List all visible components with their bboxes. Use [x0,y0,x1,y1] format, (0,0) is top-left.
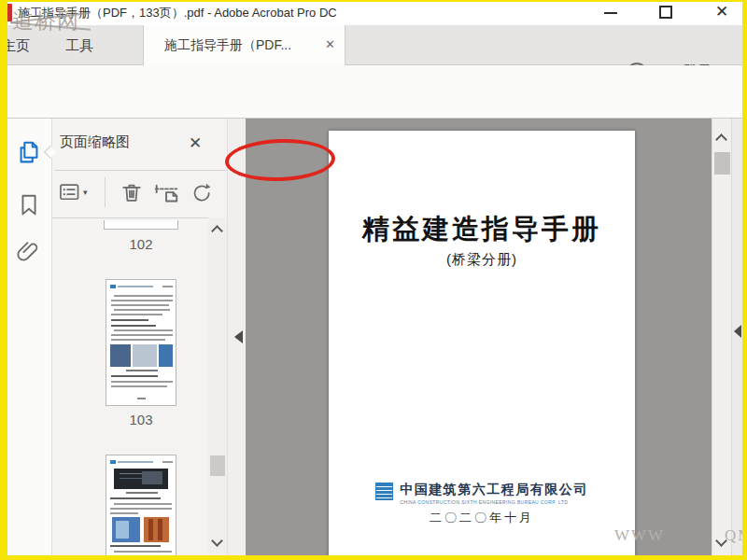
thumb-line [114,503,172,505]
thumb-line [114,329,173,331]
thumb-caption-line [126,370,158,371]
thumb-line [114,551,172,553]
thumb-line [162,286,173,287]
pdf-page-subtitle: (桥梁分册) [329,251,635,269]
thumb-heading-line [111,325,156,327]
scroll-up-icon[interactable] [715,133,727,146]
tab-tools[interactable]: 工具 [65,25,93,65]
panel-title: 页面缩略图 [60,133,130,151]
thumb-photo [159,344,173,367]
thumb-heading-line [111,375,158,377]
rotate-pages-icon[interactable] [188,180,213,209]
thumbnail-page-104[interactable] [106,455,176,560]
tab-document-label: 施工指导手册（PDF... [164,25,291,64]
thumb-header-line [118,461,153,463]
company-name-cn: 中国建筑第六工程局有限公司 [400,482,588,498]
cut-pages-icon[interactable] [152,180,180,212]
thumb-line [111,304,169,306]
acrobat-window: 施工指导手册（PDF，133页）.pdf - Adobe Acrobat Pro… [0,0,747,560]
panel-scrollbar-thumb[interactable] [210,455,225,476]
thumb-header-logo [110,285,116,288]
maximize-button[interactable] [659,6,672,19]
page-thumbnails-panel: 页面缩略图 ✕ ▾ [51,119,246,560]
thumbnail-label: 103 [104,412,178,427]
thumb-heading-line [111,319,148,321]
panel-collapse-strip [227,119,247,560]
pdf-page: 精益建造指导手册 (桥梁分册) 中国建筑第六工程局有限公司 CHINA CONS… [329,131,635,560]
thumb-line [111,300,173,301]
scroll-up-icon[interactable] [211,225,223,237]
scroll-down-icon[interactable] [715,535,727,547]
thumb-line [114,295,173,297]
navigation-icon-strip [0,119,51,560]
thumb-heading-line [110,545,161,547]
panel-close-icon[interactable]: ✕ [189,133,202,153]
yellow-frame-right [742,0,747,560]
yellow-frame-bottom [0,555,747,560]
thumb-line [110,512,138,514]
tab-close-icon[interactable]: ✕ [325,25,335,64]
thumbnail-page-102[interactable] [104,220,178,230]
pdf-date: 二〇二〇年十月 [329,510,635,526]
thumb-pagenum [137,398,146,399]
yellow-frame-top [0,0,747,2]
thumb-line [111,385,167,387]
thumb-header-line [118,286,153,287]
page-thumbnails-icon[interactable] [15,138,43,168]
thumb-photo [144,517,169,542]
panel-divider [55,170,231,171]
close-window-button[interactable]: ✕ [715,2,728,22]
options-caret-icon[interactable]: ▾ [83,188,88,197]
thumbnail-page-103[interactable] [106,279,176,406]
bookmarks-icon[interactable] [15,191,43,221]
company-name-en: CHINA CONSTRUCTION SIXTH ENGINEERING BUR… [400,499,588,505]
thumb-heading-line [110,497,161,499]
thumb-photo [112,517,140,542]
thumb-line [111,334,173,336]
title-bar: 施工指导手册（PDF，133页）.pdf - Adobe Acrobat Pro… [0,0,747,25]
thumb-photo [110,344,131,367]
thumbnail-label: 102 [104,236,178,252]
thumb-line [111,381,173,383]
company-logo [375,483,393,500]
thumb-photo-dark [114,469,168,489]
thumb-line [111,314,162,315]
thumb-caption-line [126,492,158,494]
yellow-frame-left [0,0,7,560]
company-logo-row: 中国建筑第六工程局有限公司 CHINA CONSTRUCTION SIXTH E… [329,482,635,505]
thumbnail-options-icon[interactable] [58,180,83,209]
document-scrollbar[interactable] [712,119,731,560]
thumb-line [111,339,165,341]
thumb-header-logo [110,460,116,464]
thumb-line [110,508,172,510]
main-toolbar: / 133 [0,65,747,119]
minimize-button[interactable] [604,12,617,14]
window-title: 施工指导手册（PDF，133页）.pdf - Adobe Acrobat Pro… [18,5,337,21]
document-scrollbar-thumb[interactable] [714,152,730,175]
tab-document[interactable]: 施工指导手册（PDF... ✕ [143,25,345,65]
thumb-line [114,309,170,311]
scroll-down-icon[interactable] [211,535,223,547]
tools-pane-strip [731,119,742,560]
delete-pages-icon[interactable] [119,180,145,210]
thumb-line [162,461,173,463]
document-view: 精益建造指导手册 (桥梁分册) 中国建筑第六工程局有限公司 CHINA CONS… [246,119,712,560]
tab-bar: 主页 工具 施工指导手册（PDF... ✕ ? 登录 [0,25,747,65]
panel-scrollbar[interactable] [208,217,227,560]
attachments-icon[interactable] [15,240,43,270]
thumb-photo [133,344,157,367]
pdf-page-title: 精益建造指导手册 [329,211,635,248]
collapse-panel-arrow-icon[interactable] [234,330,243,343]
expand-pane-arrow-icon[interactable] [734,325,741,338]
panel-toolbar-separator [105,177,106,207]
